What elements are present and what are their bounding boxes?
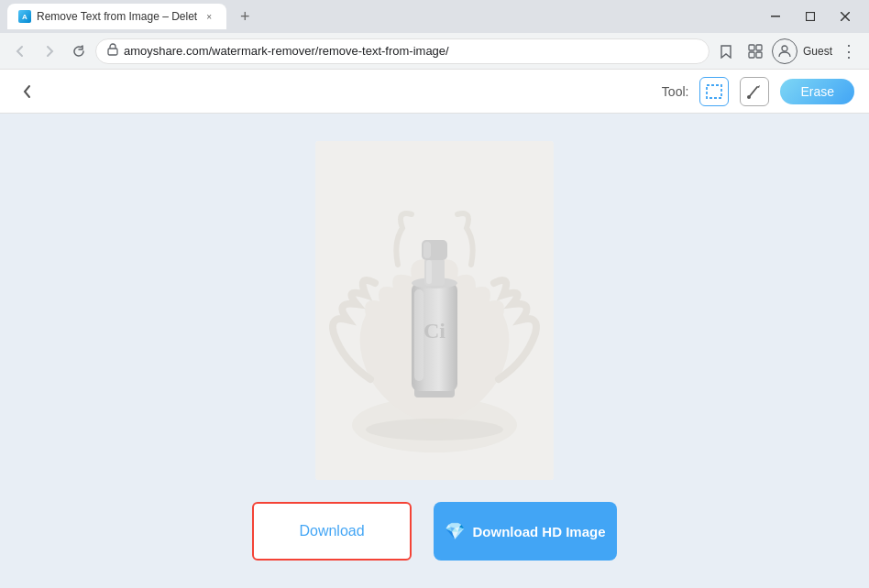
title-bar-left: A Remove Text from Image – Delet × + [7, 4, 759, 29]
window-controls [759, 0, 862, 33]
svg-rect-5 [749, 45, 754, 50]
bottom-actions: Download 💎 Download HD Image [252, 502, 617, 561]
active-tab[interactable]: A Remove Text from Image – Delet × [7, 4, 226, 29]
profile-area[interactable]: Guest [772, 38, 832, 64]
svg-point-14 [366, 419, 503, 441]
image-area: Ci [315, 141, 554, 480]
svg-rect-10 [707, 85, 721, 98]
erase-button[interactable]: Erase [780, 79, 854, 104]
download-hd-label: Download HD Image [472, 524, 605, 539]
profile-label: Guest [803, 45, 832, 58]
back-button [7, 38, 33, 64]
lock-icon [107, 43, 118, 59]
window-frame: A Remove Text from Image – Delet × + [0, 0, 869, 588]
tool-label: Tool: [662, 84, 689, 99]
toolbar-back-button[interactable] [15, 79, 40, 104]
url-text: amoyshare.com/watermark-remover/remove-t… [124, 44, 698, 58]
svg-rect-4 [108, 49, 117, 55]
forward-button [37, 38, 62, 64]
svg-rect-21 [424, 242, 431, 258]
maximize-button[interactable] [794, 0, 827, 33]
tab-title: Remove Text from Image – Delet [37, 10, 197, 23]
svg-point-11 [747, 95, 751, 99]
title-bar: A Remove Text from Image – Delet × + [0, 0, 869, 33]
profile-icon [772, 38, 798, 64]
svg-rect-7 [749, 52, 754, 58]
bookmark-icon[interactable] [713, 38, 739, 64]
rectangle-select-tool[interactable] [699, 77, 729, 106]
svg-rect-6 [756, 45, 762, 50]
brush-tool[interactable] [740, 77, 769, 106]
svg-rect-1 [807, 13, 815, 21]
close-button[interactable] [829, 0, 862, 33]
reload-button[interactable] [66, 38, 92, 64]
svg-rect-19 [426, 260, 432, 284]
chrome-menu-button[interactable]: ⋮ [836, 38, 862, 64]
svg-point-9 [782, 46, 787, 51]
gem-icon: 💎 [445, 521, 465, 541]
svg-text:Ci: Ci [424, 319, 446, 343]
address-bar: amoyshare.com/watermark-remover/remove-t… [0, 33, 869, 70]
download-button[interactable]: Download [252, 502, 412, 561]
download-hd-button[interactable]: 💎 Download HD Image [434, 502, 617, 561]
svg-rect-8 [756, 52, 762, 58]
svg-rect-22 [414, 289, 424, 381]
extensions-icon[interactable] [742, 38, 768, 64]
minimize-button[interactable] [759, 0, 792, 33]
svg-rect-0 [771, 16, 780, 17]
tab-close-btn[interactable]: × [203, 10, 215, 23]
new-tab-button[interactable]: + [232, 4, 258, 29]
url-bar[interactable]: amoyshare.com/watermark-remover/remove-t… [95, 38, 710, 64]
main-content: Ci Download 💎 Download HD Image [0, 114, 869, 588]
toolbar: Tool: Erase [0, 70, 869, 114]
tab-favicon: A [18, 10, 31, 23]
